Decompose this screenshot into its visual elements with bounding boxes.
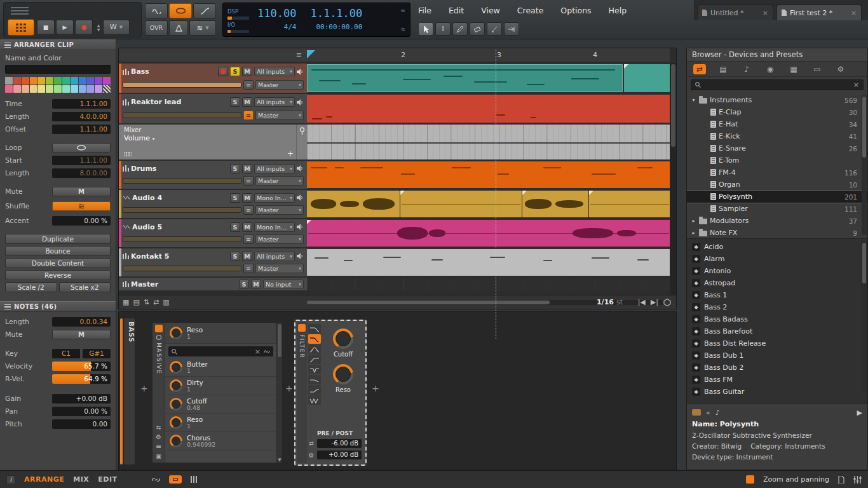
track-options-icon[interactable]: ≡ (296, 51, 302, 59)
lane-height-icon[interactable]: ▥ (163, 298, 169, 306)
device-enable-button[interactable] (155, 325, 163, 332)
record-button[interactable]: ● (75, 20, 93, 35)
stop-button[interactable]: ■ (37, 20, 55, 35)
preset-item-bass-dub-1[interactable]: ◆Bass Dub 1 (687, 349, 867, 362)
lane-kontakt[interactable] (307, 248, 670, 276)
pen-tool-button[interactable] (452, 22, 468, 36)
clip-audio4-3[interactable] (522, 191, 588, 217)
clip-mute-button[interactable]: M (52, 187, 111, 196)
input-selector[interactable]: Mono In...▾ (254, 193, 295, 203)
monitor-speaker-icon[interactable] (297, 99, 304, 105)
color-swatch[interactable] (62, 77, 70, 85)
snap-hexagon-icon[interactable] (663, 299, 671, 306)
massive-param-reso[interactable]: Reso1 (165, 414, 276, 432)
desktop-tab-icon[interactable]: ▭ (811, 65, 824, 74)
track-volume-meter[interactable] (123, 178, 241, 184)
transport-spinner[interactable]: ▲▼ (95, 20, 102, 35)
length-value[interactable]: 4.0.0.00 (52, 112, 111, 121)
swap-icon[interactable]: ⇆ (401, 25, 405, 32)
gain-value[interactable]: -6.00 dB (317, 439, 362, 448)
tree-item-e-clap[interactable]: E-Clap30 (687, 106, 867, 118)
preset-item-antonio[interactable]: ◆Antonio (687, 265, 867, 277)
output-gain-value[interactable]: +0.00 dB (317, 451, 362, 459)
add-device-icon[interactable]: + (140, 383, 148, 393)
clip-fade-handle[interactable] (589, 191, 593, 195)
tempo-display[interactable]: 110.00 (257, 8, 296, 19)
caret-collapsed-icon[interactable]: ▸ (691, 218, 696, 224)
grid-value[interactable]: 1/16 (597, 298, 614, 306)
browser-search-input[interactable]: × (691, 79, 864, 90)
param-knob[interactable] (170, 398, 182, 410)
gear-icon[interactable]: ⚙ (156, 433, 161, 441)
clip-audio4-2[interactable] (400, 191, 522, 217)
tree-item-e-hat[interactable]: E-Hat34 (687, 118, 867, 130)
mixer-panel-toggle[interactable] (191, 476, 197, 483)
eraser-tool-button[interactable] (470, 22, 485, 36)
clip-audio4-4[interactable] (589, 191, 670, 217)
panel-grip-icon[interactable] (11, 7, 29, 15)
color-swatch[interactable] (37, 77, 45, 85)
color-swatch[interactable] (13, 85, 21, 93)
menu-options[interactable]: Options (560, 6, 591, 15)
track-volume-meter[interactable] (123, 207, 241, 213)
track-header-reaktor[interactable]: Reaktor lead S M All inputs▾ ≡ Master▾ (119, 94, 307, 123)
track-header-kontakt[interactable]: Kontakt 5 S M All inputs▾ ≡ Master▾ (119, 248, 307, 276)
color-swatch[interactable] (95, 77, 102, 85)
preset-item-bass-dub-2[interactable]: ◆Bass Dub 2 (687, 362, 867, 374)
color-swatch[interactable] (86, 85, 94, 93)
clear-search-icon[interactable]: × (853, 81, 859, 89)
preset-item-alarm[interactable]: ◆Alarm (687, 253, 867, 265)
keyboard-icon[interactable] (124, 152, 132, 156)
preset-item-astropad[interactable]: ◆Astropad (687, 277, 867, 289)
pitch-value[interactable]: 0.00 (52, 419, 111, 429)
preset-item-bass-barefoot[interactable]: ◆Bass Barefoot (687, 325, 867, 337)
close-tab-icon[interactable]: × (763, 9, 768, 17)
tree-item-fm-4[interactable]: FM-4116 (687, 166, 867, 179)
menu-file[interactable]: File (418, 6, 431, 15)
notes-header[interactable]: NOTES (46) (0, 301, 116, 312)
massive-param-cutoff[interactable]: Cutoff0.48 (165, 395, 276, 414)
menu-edit[interactable]: Edit (449, 6, 464, 15)
color-swatch[interactable] (13, 77, 21, 85)
mute-button[interactable]: M (242, 222, 252, 232)
offset-value[interactable]: 1.1.1.00 (52, 125, 111, 134)
position-display[interactable]: 1.1.1.00 (310, 8, 362, 19)
preset-item-bass-2[interactable]: ◆Bass 2 (687, 301, 867, 313)
reso-knob[interactable] (333, 364, 353, 384)
metronome-button[interactable] (169, 20, 188, 36)
lane-audio5[interactable] (307, 219, 670, 247)
add-automation-lane-icon[interactable]: + (287, 149, 294, 158)
input-selector[interactable]: All inputs▾ (254, 67, 295, 76)
color-swatch[interactable] (95, 85, 102, 93)
lane-reaktor[interactable] (307, 94, 670, 123)
info-icon[interactable]: i (6, 475, 15, 484)
filter-type-notch[interactable] (308, 365, 321, 374)
tree-item-organ[interactable]: Organ10 (687, 179, 867, 191)
mute-button[interactable]: M (242, 97, 252, 107)
tree-item-e-kick[interactable]: E-Kick41 (687, 130, 867, 142)
velocity-value[interactable]: 65.7 % (52, 362, 111, 371)
key-low-value[interactable]: C1 (52, 349, 80, 358)
track-header-audio4[interactable]: Audio 4 S M Mono In...▾ ≡ Master▾ (119, 190, 307, 218)
track-volume-meter[interactable] (123, 266, 241, 271)
double-content-button[interactable]: Double Content (5, 258, 111, 268)
output-selector[interactable]: Master▾ (255, 205, 304, 215)
color-swatch[interactable] (46, 85, 53, 93)
tree-item-polysynth[interactable]: Polysynth201 (687, 191, 867, 203)
tempo-wave-button[interactable] (145, 3, 168, 18)
input-selector[interactable]: All inputs▾ (254, 252, 295, 261)
clip-audio4-1[interactable] (307, 191, 400, 217)
track-device-button[interactable]: ≡ (243, 111, 254, 120)
scroll-down-icon[interactable]: ▼ (277, 458, 282, 463)
plugin-window-icon[interactable]: ▣ (156, 452, 161, 460)
tree-item-note-fx[interactable]: ▸Note FX9 (687, 227, 867, 238)
menu-icon[interactable]: ≡ (156, 443, 161, 451)
samples-tab-icon[interactable]: ♪ (740, 65, 753, 74)
solo-button[interactable]: S (230, 164, 240, 173)
arranger-clip-header[interactable]: ARRANGER CLIP (0, 39, 116, 50)
mute-button[interactable]: M (242, 164, 252, 173)
device-enable-button[interactable] (298, 324, 306, 332)
clip-fade-handle[interactable] (307, 220, 311, 224)
shuffle-button[interactable]: ≋ (52, 201, 111, 211)
pre-post-toggle[interactable]: PRE / POST (308, 430, 362, 437)
